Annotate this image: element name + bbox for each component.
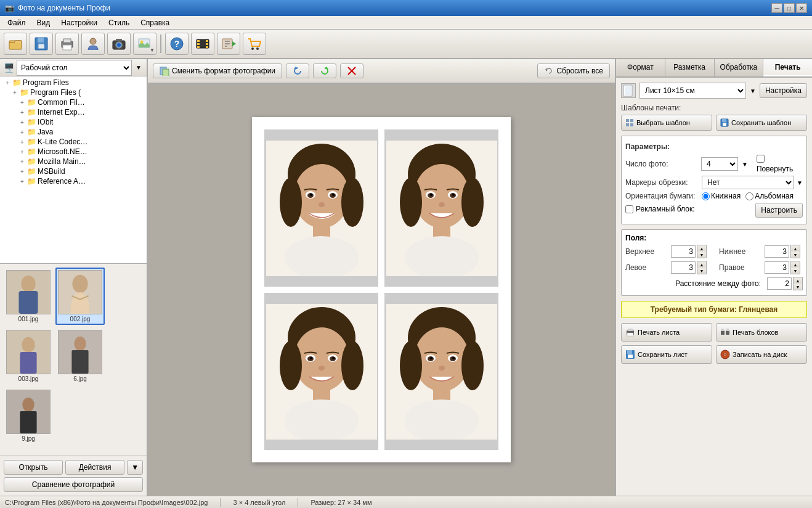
configure-button[interactable]: Настроить — [755, 203, 803, 218]
svg-point-33 — [75, 277, 86, 290]
thumbnail-003[interactable]: 003.jpg — [4, 327, 53, 385]
ad-checkbox[interactable] — [625, 205, 633, 213]
restore-button[interactable]: □ — [784, 3, 795, 13]
top-bottom-row: Верхнее ▲ ▼ Нижнее ▲ ▼ — [625, 245, 803, 258]
close-button[interactable]: ✕ — [796, 3, 807, 13]
tab-print[interactable]: Печать — [763, 59, 812, 76]
right-spin-down[interactable]: ▼ — [791, 268, 800, 274]
tree-item-microsoft[interactable]: + 📁 Microsoft.NE… — [1, 147, 145, 157]
right-input[interactable] — [765, 261, 789, 274]
photo-count-select[interactable]: 4268 — [701, 157, 738, 171]
save-toolbar-btn[interactable] — [30, 33, 53, 55]
open-toolbar-btn[interactable] — [4, 33, 27, 55]
spacing-spin-up[interactable]: ▲ — [794, 277, 802, 284]
tab-processing[interactable]: Обработка — [715, 59, 764, 76]
cart-toolbar-btn[interactable] — [243, 33, 266, 55]
left-spin-down[interactable]: ▼ — [697, 268, 706, 274]
rotate-checkbox-wrap: Повернуть — [757, 155, 803, 173]
person-toolbar-btn[interactable] — [81, 33, 105, 55]
reset-all-button[interactable]: Сбросить все — [537, 63, 610, 78]
rotate-left-button[interactable] — [286, 63, 309, 78]
photo-canvas[interactable] — [148, 84, 615, 496]
thumb-label-002: 002.jpg — [70, 316, 91, 322]
actions-dropdown[interactable]: ▼ — [127, 460, 143, 475]
bottom-spin-down[interactable]: ▼ — [791, 252, 800, 258]
bottom-input[interactable] — [765, 245, 789, 258]
markers-select[interactable]: НетЛинииУголки — [702, 176, 794, 189]
image-toolbar-btn[interactable]: ▼ — [133, 33, 156, 55]
photo-4 — [386, 304, 497, 440]
tab-format[interactable]: Формат — [616, 59, 665, 76]
print-toolbar-btn[interactable] — [55, 33, 79, 55]
bottom-spin-up[interactable]: ▲ — [791, 245, 800, 252]
filetree-area[interactable]: + 📁 Program Files + 📁 Program Files ( + … — [0, 76, 147, 264]
tree-item-iobit[interactable]: + 📁 IObit — [1, 117, 145, 127]
markers-row: Маркеры обрезки: НетЛинииУголки ▼ — [625, 176, 803, 189]
folder-icon: 📁 — [20, 88, 29, 97]
save-template-button[interactable]: Сохранить шаблон — [716, 115, 807, 131]
tree-item-mozilla[interactable]: + 📁 Mozilla Main… — [1, 157, 145, 166]
camera-toolbar-btn[interactable] — [107, 33, 131, 55]
left-input[interactable] — [671, 261, 696, 274]
tab-markup[interactable]: Разметка — [665, 59, 715, 76]
location-select[interactable]: Рабочий стол — [17, 60, 132, 76]
rotate-right-button[interactable] — [313, 63, 336, 78]
settings-button[interactable]: Настройка — [760, 83, 807, 98]
spacing-label: Расстояние между фото: — [675, 279, 761, 288]
location-dropdown[interactable]: ▼ — [134, 63, 143, 72]
export-toolbar-btn[interactable] — [217, 33, 240, 55]
print-sheet-button[interactable]: Печать листа — [621, 323, 712, 342]
tree-item-klite[interactable]: + 📁 K-Lite Codec… — [1, 137, 145, 147]
tree-item-java[interactable]: + 📁 Java — [1, 127, 145, 137]
thumbnail-002[interactable]: 002.jpg — [55, 268, 105, 325]
sheet-dropdown[interactable]: ▼ — [750, 88, 756, 94]
menu-help[interactable]: Справка — [136, 17, 174, 28]
tree-item-program-files-x86[interactable]: + 📁 Program Files ( — [1, 88, 145, 97]
svg-point-41 — [76, 339, 84, 349]
template-icon — [625, 118, 634, 127]
left-input-group: ▲ ▼ — [671, 261, 707, 274]
thumbnail-6[interactable]: 6.jpg — [55, 327, 105, 385]
spacing-spin-down[interactable]: ▼ — [794, 284, 802, 290]
right-spin-up[interactable]: ▲ — [791, 261, 800, 268]
tree-item-internet[interactable]: + 📁 Internet Exp… — [1, 107, 145, 117]
spacing-input[interactable] — [767, 277, 792, 290]
open-button[interactable]: Открыть — [4, 460, 63, 475]
rotate-checkbox[interactable] — [757, 155, 765, 163]
save-sheet-button[interactable]: Сохранить лист — [621, 345, 712, 364]
film-toolbar-btn[interactable] — [191, 33, 214, 55]
change-format-icon — [160, 66, 169, 76]
tree-item-reference[interactable]: + 📁 Reference A… — [1, 176, 145, 186]
thumbnail-9[interactable]: 9.jpg — [4, 387, 53, 444]
help-toolbar-btn[interactable]: ? — [165, 33, 189, 55]
portrait-radio[interactable] — [702, 192, 710, 200]
tree-item-common[interactable]: + 📁 Common Fil… — [1, 97, 145, 107]
top-spin-up[interactable]: ▲ — [697, 245, 706, 252]
menu-file[interactable]: Файл — [2, 17, 31, 28]
actions-button[interactable]: Действия — [65, 460, 124, 475]
print-blocks-button[interactable]: Печать блоков — [716, 323, 807, 342]
svg-rect-21 — [206, 43, 208, 45]
thumbnail-001[interactable]: 001.jpg — [4, 268, 53, 325]
delete-button[interactable] — [340, 63, 363, 78]
tree-item-msbuild[interactable]: + 📁 MSBuild — [1, 166, 145, 176]
left-spin-up[interactable]: ▲ — [697, 261, 706, 268]
top-input[interactable] — [671, 245, 696, 258]
orientation-row: Ориентация бумаги: Книжная Альбомная — [625, 192, 803, 200]
landscape-radio[interactable] — [745, 192, 753, 200]
burn-disk-button[interactable]: Записать на диск — [716, 345, 807, 364]
svg-rect-123 — [726, 330, 729, 335]
sheet-size-select[interactable]: Лист 10×15 см — [639, 83, 746, 99]
select-template-button[interactable]: Выбрать шаблон — [621, 115, 712, 131]
tree-label: Internet Exp… — [38, 108, 85, 117]
compare-button[interactable]: Сравнение фотографий — [4, 477, 143, 492]
change-format-button[interactable]: Сменить формат фотографии — [153, 63, 282, 78]
menu-view[interactable]: Вид — [32, 17, 55, 28]
tree-label: Program Files — [23, 78, 69, 87]
tree-item-program-files[interactable]: + 📁 Program Files — [1, 78, 145, 88]
svg-rect-22 — [206, 46, 208, 48]
minimize-button[interactable]: ─ — [771, 3, 782, 13]
menu-settings[interactable]: Настройки — [56, 17, 102, 28]
top-spin-down[interactable]: ▼ — [697, 252, 706, 258]
menu-style[interactable]: Стиль — [104, 17, 134, 28]
